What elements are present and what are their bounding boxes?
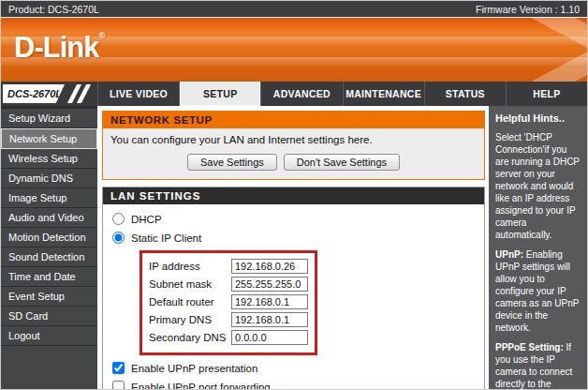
sidebar-item-audio-and-video[interactable]: Audio and Video xyxy=(1,208,97,228)
network-setup-description: You can configure your LAN and Internet … xyxy=(110,134,477,145)
sidebar-item-network-setup[interactable]: Network Setup xyxy=(1,128,97,149)
upnp-port-forwarding-label: Enable UPnP port forwarding xyxy=(131,382,271,390)
page-body: Setup Wizard Network Setup Wireless Setu… xyxy=(1,106,587,390)
default-router-row: Default router xyxy=(149,294,308,309)
subnet-mask-label: Subnet mask xyxy=(149,278,212,290)
network-setup-section: NETWORK SETUP You can configure your LAN… xyxy=(102,111,485,180)
model-badge-area: DCS-2670L xyxy=(1,82,97,106)
dhcp-row: DHCP xyxy=(112,213,478,225)
tab-help[interactable]: HELP xyxy=(506,82,587,106)
hint-upnp: UPnP: Enabling UPnP settings will allow … xyxy=(495,248,582,334)
dont-save-settings-button[interactable]: Don't Save Settings xyxy=(284,154,400,171)
brand-banner: D-Link® xyxy=(1,18,587,82)
tab-status[interactable]: STATUS xyxy=(424,82,506,106)
primary-dns-row: Primary DNS xyxy=(149,312,308,327)
ip-address-row: IP address xyxy=(149,259,308,274)
tab-advanced[interactable]: ADVANCED xyxy=(260,82,342,106)
save-settings-button[interactable]: Save Settings xyxy=(187,154,277,171)
tab-setup[interactable]: SETUP xyxy=(179,82,260,106)
lan-settings-header: LAN SETTINGS xyxy=(103,188,484,204)
sidebar-item-image-setup[interactable]: Image Setup xyxy=(1,188,97,208)
sidebar-item-motion-detection[interactable]: Motion Detection xyxy=(1,228,97,248)
helpful-hints-title: Helpful Hints.. xyxy=(495,112,582,125)
upnp-port-forwarding-checkbox[interactable] xyxy=(112,381,125,390)
static-ip-row: Static IP Client xyxy=(112,232,478,244)
dlink-logo: D-Link® xyxy=(14,31,105,65)
main-content: NETWORK SETUP You can configure your LAN… xyxy=(97,106,489,390)
sidebar-item-logout[interactable]: Logout xyxy=(1,326,97,346)
sidebar-item-dynamic-dns[interactable]: Dynamic DNS xyxy=(1,169,97,188)
network-setup-body: You can configure your LAN and Internet … xyxy=(103,128,484,179)
dhcp-radio[interactable] xyxy=(112,213,125,225)
ip-fields-highlight: IP address Subnet mask Default router xyxy=(140,250,317,355)
subnet-mask-row: Subnet mask xyxy=(149,277,308,292)
main-nav: DCS-2670L LIVE VIDEO SETUP ADVANCED MAIN… xyxy=(1,82,587,106)
static-ip-label: Static IP Client xyxy=(131,232,201,244)
nav-tabs: LIVE VIDEO SETUP ADVANCED MAINTENANCE ST… xyxy=(97,82,587,106)
firmware-label: Firmware Version : 1.10 xyxy=(476,4,580,15)
static-ip-radio[interactable] xyxy=(112,232,125,244)
product-bar: Product: DCS-2670L Firmware Version : 1.… xyxy=(1,1,587,18)
secondary-dns-label: Secondary DNS xyxy=(149,332,226,343)
tab-maintenance[interactable]: MAINTENANCE xyxy=(343,82,424,106)
default-router-field[interactable] xyxy=(231,294,308,309)
upnp-port-forwarding-row: Enable UPnP port forwarding xyxy=(112,381,478,390)
lan-settings-section: LAN SETTINGS DHCP Static IP Client IP ad… xyxy=(102,187,485,390)
sidebar-item-sound-detection[interactable]: Sound Detection xyxy=(1,248,97,267)
dhcp-label: DHCP xyxy=(131,214,162,225)
secondary-dns-row: Secondary DNS xyxy=(149,330,308,345)
network-setup-header: NETWORK SETUP xyxy=(103,112,484,128)
sidebar-item-sd-card[interactable]: SD Card xyxy=(1,307,97,326)
sidebar: Setup Wizard Network Setup Wireless Setu… xyxy=(1,106,97,390)
lan-settings-body: DHCP Static IP Client IP address Subnet … xyxy=(103,204,484,390)
registered-mark: ® xyxy=(98,31,105,40)
upnp-presentation-label: Enable UPnP presentation xyxy=(131,363,257,374)
sidebar-item-setup-wizard[interactable]: Setup Wizard xyxy=(1,109,97,128)
sidebar-item-wireless-setup[interactable]: Wireless Setup xyxy=(1,149,97,169)
product-label: Product: DCS-2670L xyxy=(8,4,99,15)
primary-dns-field[interactable] xyxy=(231,312,308,327)
primary-dns-label: Primary DNS xyxy=(149,314,212,325)
model-badge: DCS-2670L xyxy=(3,84,65,103)
default-router-label: Default router xyxy=(149,296,214,308)
secondary-dns-field[interactable] xyxy=(231,330,308,345)
settings-button-row: Save Settings Don't Save Settings xyxy=(110,154,477,171)
camera-admin-window: Product: DCS-2670L Firmware Version : 1.… xyxy=(0,0,588,390)
hint-dhcp: Select 'DHCP Connection'if you are runni… xyxy=(495,131,582,241)
hint-pppoe: PPPoE Setting: If you use the IP camera … xyxy=(495,341,582,390)
subnet-mask-field[interactable] xyxy=(231,277,308,292)
helpful-hints-panel: Helpful Hints.. Select 'DHCP Connection'… xyxy=(489,106,588,390)
ip-address-field[interactable] xyxy=(231,259,308,274)
upnp-presentation-row: Enable UPnP presentation xyxy=(112,362,478,374)
tab-live-video[interactable]: LIVE VIDEO xyxy=(97,82,179,106)
sidebar-item-time-and-date[interactable]: Time and Date xyxy=(1,267,97,287)
ip-address-label: IP address xyxy=(149,261,200,272)
upnp-presentation-checkbox[interactable] xyxy=(112,362,125,374)
sidebar-item-event-setup[interactable]: Event Setup xyxy=(1,287,97,307)
